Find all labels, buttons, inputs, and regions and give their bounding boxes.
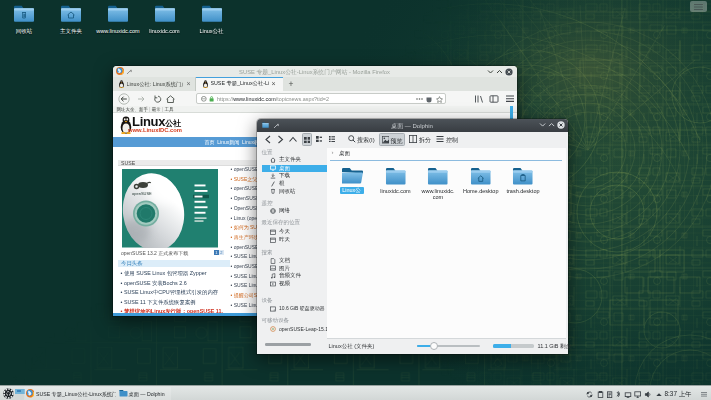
- svg-text:openSUSE: openSUSE: [132, 191, 152, 196]
